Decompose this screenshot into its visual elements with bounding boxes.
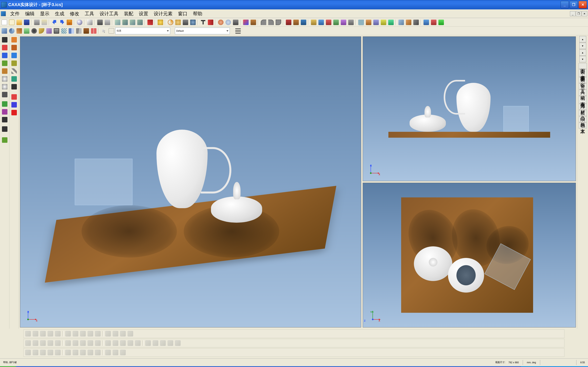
new-part-icon[interactable] (8, 19, 15, 26)
scale-tool-icon[interactable] (1, 116, 9, 123)
selection-filter-dropdown[interactable]: 任意 (115, 28, 170, 34)
grid2-icon[interactable] (365, 19, 372, 26)
paint-icon[interactable] (242, 19, 249, 26)
btb3-btn-11[interactable] (112, 349, 119, 356)
btb3-btn-2[interactable] (39, 349, 46, 356)
mdi-restore-button[interactable]: ❐ (576, 11, 581, 16)
open-icon[interactable] (16, 19, 23, 26)
look-icon[interactable] (189, 19, 197, 26)
maximize-button[interactable]: ❐ (570, 1, 578, 8)
close-button[interactable]: ✕ (579, 1, 587, 8)
grid4-icon[interactable] (380, 19, 387, 26)
right-tab-0[interactable]: 图素 (579, 63, 587, 69)
panel-up2-icon[interactable]: ▴ (579, 49, 586, 56)
start-button[interactable]: 开始 (0, 366, 18, 367)
redo-icon[interactable] (58, 19, 66, 26)
btb3-btn-6[interactable] (72, 349, 79, 356)
anchor-tool-icon[interactable] (1, 100, 9, 108)
right-tab-3[interactable]: 工具 (579, 83, 587, 89)
btb1-btn-12[interactable] (119, 330, 126, 337)
bom2-icon[interactable] (318, 19, 325, 26)
rect-icon[interactable] (10, 36, 18, 43)
btb3-btn-1[interactable] (32, 349, 39, 356)
btb3-btn-3[interactable] (47, 349, 54, 356)
menu-tools[interactable]: 工具 (82, 9, 97, 18)
rib-icon[interactable] (83, 27, 90, 34)
book1-icon[interactable] (285, 19, 292, 26)
dim-sk-icon[interactable] (10, 101, 18, 108)
point-tool-icon[interactable] (1, 67, 9, 75)
text-sk-icon[interactable] (10, 83, 18, 91)
new-icon[interactable] (1, 19, 8, 26)
refresh-icon[interactable] (66, 19, 73, 26)
circle-sk-icon[interactable] (10, 52, 18, 59)
box3-icon[interactable] (129, 19, 136, 26)
minimize-button[interactable]: _ (561, 1, 569, 8)
btb3-btn-7[interactable] (79, 349, 86, 356)
btb2-btn-11[interactable] (112, 340, 119, 347)
btb2-btn-6[interactable] (72, 340, 79, 347)
menu-window[interactable]: 窗口 (175, 9, 190, 18)
right-tab-5[interactable]: 表面光泽 (579, 96, 587, 103)
snapshot-icon[interactable] (104, 19, 111, 26)
btb1-btn-6[interactable] (72, 330, 79, 337)
btb2-btn-8[interactable] (87, 340, 94, 347)
zoom-fit-tool-icon[interactable] (1, 83, 9, 91)
draft-icon[interactable] (75, 27, 82, 34)
mirror-icon[interactable] (68, 27, 75, 34)
menu-design-elements[interactable]: 设计元素 (151, 9, 175, 18)
btb1-btn-10[interactable] (104, 330, 112, 337)
paint-tool-icon[interactable] (1, 136, 9, 144)
btb2-btn-15[interactable] (145, 340, 152, 347)
btb1-btn-5[interactable] (64, 330, 72, 337)
rect2-icon[interactable] (10, 44, 18, 51)
btb2-btn-0[interactable] (25, 340, 32, 347)
menu-assembly[interactable]: 装配 (121, 9, 136, 18)
arc1-icon[interactable] (260, 19, 267, 26)
red-a-icon[interactable] (10, 109, 18, 116)
save-icon[interactable] (23, 19, 30, 26)
print-preview-icon[interactable] (41, 19, 48, 26)
cube-icon[interactable] (398, 19, 405, 26)
find-icon[interactable] (76, 19, 83, 26)
arc2-icon[interactable] (268, 19, 275, 26)
grid5-icon[interactable] (388, 19, 395, 26)
slot-icon[interactable] (10, 75, 18, 83)
loft-icon[interactable] (23, 27, 30, 34)
right-tab-6[interactable]: 材质 (579, 104, 587, 110)
triball-icon[interactable] (217, 19, 224, 26)
pan-icon[interactable] (174, 19, 182, 26)
btb1-btn-2[interactable] (39, 330, 46, 337)
hole-icon[interactable] (31, 27, 38, 34)
mdi-minimize-button[interactable]: _ (570, 11, 575, 16)
brush-icon[interactable] (250, 19, 257, 26)
triball2-icon[interactable] (225, 19, 232, 26)
btb1-btn-9[interactable] (94, 330, 101, 337)
plane2-icon[interactable] (430, 19, 437, 26)
bom6-icon[interactable] (347, 19, 355, 26)
right-tab-8[interactable]: 颜色 (579, 116, 587, 122)
panel-down2-icon[interactable]: ▾ (579, 56, 586, 62)
hatch-icon[interactable] (10, 67, 18, 75)
shade-icon[interactable] (413, 19, 420, 26)
lightbulb-icon[interactable] (157, 19, 164, 26)
btb3-btn-5[interactable] (64, 349, 72, 356)
btb2-btn-18[interactable] (167, 340, 174, 347)
walk-icon[interactable] (182, 19, 189, 26)
btb3-btn-4[interactable] (54, 349, 61, 356)
right-tab-9[interactable]: 文本 (579, 123, 587, 128)
viewport-perspective[interactable]: Z X (20, 36, 361, 327)
viewport-top[interactable]: Y X Z (363, 183, 576, 327)
hierarchy-icon[interactable] (234, 27, 242, 34)
box-icon[interactable] (114, 19, 121, 26)
cursor-select-icon[interactable] (108, 27, 115, 34)
btb2-btn-3[interactable] (47, 340, 54, 347)
btb1-btn-0[interactable] (25, 330, 32, 337)
btb1-btn-1[interactable] (32, 330, 39, 337)
split-icon[interactable] (90, 27, 97, 34)
btb3-btn-10[interactable] (104, 349, 112, 356)
box4-icon[interactable] (137, 19, 144, 26)
mdi-close-button[interactable]: ✕ (582, 11, 587, 16)
line-tool-icon[interactable] (1, 52, 9, 59)
box2-icon[interactable] (121, 19, 129, 26)
